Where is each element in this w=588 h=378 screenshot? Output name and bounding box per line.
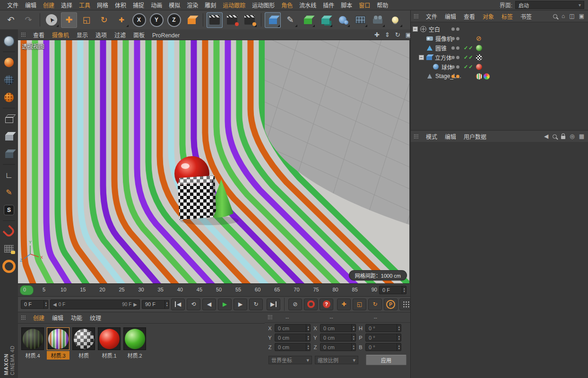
add-light-button[interactable] — [387, 12, 403, 28]
add-cube-button[interactable] — [265, 12, 281, 28]
main-menu-item-6[interactable]: 体积 — [112, 0, 130, 10]
stepper-icon[interactable]: ▴▾ — [306, 325, 310, 332]
attribute-manager-menu-item-2[interactable]: 用户数据 — [460, 133, 490, 141]
main-menu-item-8[interactable]: 动画 — [147, 0, 165, 10]
visibility-dots[interactable] — [451, 56, 459, 59]
object-row-1[interactable]: 摄像机⊘ — [411, 34, 588, 43]
render-visibility-dot[interactable] — [456, 56, 459, 59]
rainbow-texture-tag-icon[interactable] — [484, 73, 490, 79]
grid-sphere-tool[interactable] — [2, 73, 16, 87]
material-thumbnail[interactable] — [47, 327, 69, 350]
window-icon[interactable]: ▣ — [579, 13, 584, 19]
viewport-menu-item-1[interactable]: 摄像机 — [48, 32, 73, 39]
object-manager-menu-item-0[interactable]: 文件 — [422, 13, 441, 21]
material-item-1[interactable]: 材质.3 — [47, 327, 69, 360]
editor-visibility-dot[interactable] — [451, 75, 455, 78]
y-axis-lock-button[interactable]: Y — [148, 12, 164, 28]
visibility-dots[interactable] — [451, 37, 459, 40]
forbid-tag-icon[interactable]: ⊘ — [476, 35, 482, 42]
main-menu-item-10[interactable]: 渲染 — [183, 0, 201, 10]
object-tags[interactable] — [476, 54, 482, 61]
main-menu-item-12[interactable]: 运动跟踪 — [219, 0, 249, 10]
viewport-menu-item-2[interactable]: 显示 — [73, 32, 92, 39]
stripes-texture-tag-icon[interactable] — [476, 73, 482, 79]
object-manager-menu-item-2[interactable]: 查看 — [460, 13, 479, 21]
dark-cube-tool[interactable] — [2, 147, 16, 161]
checker-texture-tag-icon[interactable] — [476, 54, 482, 61]
position-field[interactable]: 0 cm▴▾ — [275, 343, 311, 351]
home-icon[interactable]: ⌂ — [562, 13, 565, 19]
add-camera-button[interactable] — [370, 12, 386, 28]
viewport-menu-item-0[interactable]: 查看 — [29, 32, 48, 39]
next-frame-button[interactable]: ▶ — [233, 299, 247, 310]
material-menu-item-0[interactable]: 创建 — [29, 315, 48, 322]
panel-icon[interactable]: ◫ — [569, 13, 574, 19]
enabled-checks[interactable]: ✓✓ — [464, 54, 473, 61]
angle-tool[interactable]: ∟ — [2, 168, 16, 182]
cycle-button[interactable]: ⟲ — [187, 299, 200, 310]
object-name[interactable]: 立方体 — [435, 53, 452, 62]
main-menu-item-11[interactable]: 雕刻 — [201, 0, 219, 10]
editor-visibility-dot[interactable] — [451, 27, 455, 31]
wire-cube-tool[interactable] — [2, 112, 16, 126]
pen-tool[interactable]: ✎ — [2, 185, 16, 200]
object-name[interactable]: 空白 — [429, 25, 440, 33]
live-selection-button[interactable]: ➤ — [43, 12, 60, 28]
previous-frame-button[interactable]: ◀ — [202, 299, 216, 310]
go-to-end-button[interactable]: ▶ — [267, 299, 280, 310]
render-visibility-dot[interactable] — [456, 75, 459, 78]
scale-mode-combo[interactable]: 缩放比例 ▾ — [315, 356, 358, 364]
stepper-icon[interactable]: ▴▾ — [306, 343, 310, 351]
apply-button[interactable]: 应用 — [366, 355, 406, 365]
stepper-icon[interactable]: ▴▾ — [351, 343, 355, 351]
stepper-icon[interactable]: ▴▾ — [43, 300, 48, 308]
object-row-3[interactable]: −立方体✓✓ — [411, 53, 588, 62]
main-menu-item-2[interactable]: 创建 — [40, 0, 58, 10]
main-menu-item-7[interactable]: 捕捉 — [130, 0, 147, 10]
render-picture-viewer-button[interactable] — [224, 12, 240, 28]
layout-combo[interactable]: 启动 ▾ — [515, 1, 584, 9]
panel-grip-icon[interactable] — [414, 14, 419, 19]
object-name[interactable]: 摄像机 — [435, 35, 452, 43]
main-menu-item-16[interactable]: 插件 — [320, 0, 337, 10]
target-icon[interactable]: ◎ — [570, 133, 574, 140]
editor-visibility-dot[interactable] — [451, 65, 455, 69]
undo-button[interactable]: ↶ — [3, 12, 19, 28]
redo-button[interactable]: ↷ — [20, 12, 36, 28]
editor-visibility-dot[interactable] — [451, 46, 455, 50]
autokey-rotation-button[interactable]: ↻ — [368, 299, 382, 310]
object-row-0[interactable]: −空白 — [411, 24, 588, 34]
render-visibility-dot[interactable] — [456, 46, 459, 50]
viewport-menu-item-5[interactable]: 面板 — [130, 32, 148, 39]
editor-visibility-dot[interactable] — [451, 56, 455, 59]
lock-icon[interactable] — [561, 136, 565, 139]
stepper-icon[interactable]: ▴▾ — [397, 334, 401, 341]
add-volume-button[interactable] — [317, 12, 333, 28]
autokey-position-button[interactable]: ✚ — [337, 299, 351, 310]
perspective-viewport[interactable]: XYZ 透视视图 网格间距：1000 cm — [18, 40, 409, 284]
panel-grip-icon[interactable] — [21, 32, 26, 37]
main-menu-item-14[interactable]: 角色 — [278, 0, 296, 10]
main-menu-item-19[interactable]: 帮助 — [373, 0, 391, 10]
green-texture-tag-icon[interactable] — [476, 45, 482, 51]
grid-icon[interactable]: ▦ — [579, 133, 584, 140]
stepper-icon[interactable]: ▴▾ — [402, 286, 406, 294]
add-metaball-button[interactable] — [335, 12, 351, 28]
render-visibility-dot[interactable] — [456, 37, 459, 40]
autokey-scale-button[interactable]: ◱ — [353, 299, 366, 310]
object-tags[interactable]: ⊘ — [476, 35, 482, 42]
search-icon[interactable] — [553, 134, 557, 139]
render-visibility-dot[interactable] — [456, 65, 459, 69]
grid-lock-tool[interactable] — [2, 242, 16, 256]
size-field[interactable]: 0 cm▴▾ — [320, 324, 356, 332]
sphere-primitive-tool[interactable] — [2, 55, 16, 70]
panel-grip-icon[interactable] — [414, 134, 419, 139]
last-tool-button[interactable]: ✚ — [113, 12, 130, 28]
x-axis-lock-button[interactable]: X — [131, 12, 147, 28]
back-icon[interactable]: ◀ — [544, 133, 548, 140]
main-menu-item-15[interactable]: 流水线 — [296, 0, 320, 10]
red-texture-tag-icon[interactable] — [476, 64, 482, 70]
object-manager-menu-item-1[interactable]: 编辑 — [441, 13, 460, 21]
zoom-view-icon[interactable]: ⇕ — [385, 31, 390, 38]
slider-right-arrow-icon[interactable]: ▶ — [133, 302, 137, 307]
